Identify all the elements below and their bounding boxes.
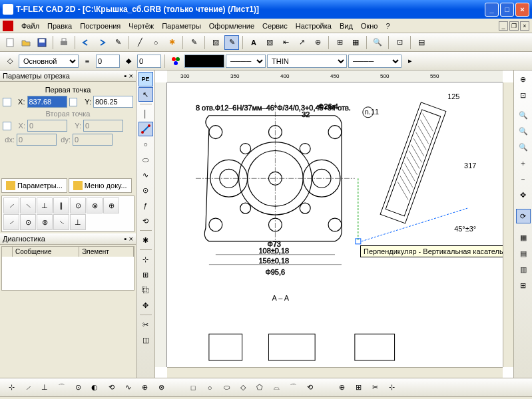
menu-setup[interactable]: Настройка <box>292 21 336 31</box>
diag-col-msg[interactable]: Сообщение <box>13 247 79 257</box>
pe-button[interactable]: PE <box>138 72 153 86</box>
vcircle-tool[interactable]: ○ <box>138 137 153 152</box>
tab-menu[interactable]: Меню доку... <box>69 178 132 193</box>
view-btn-a[interactable]: ▦ <box>516 230 531 245</box>
y1-checkbox[interactable] <box>69 98 78 106</box>
bbtn-11[interactable]: □ <box>186 380 200 395</box>
bbtn-1[interactable]: ⊹ <box>4 380 19 395</box>
save-button[interactable] <box>35 35 49 50</box>
maximize-button[interactable]: □ <box>500 3 514 17</box>
vpoint-tool[interactable]: ✱ <box>138 233 153 247</box>
path-tool[interactable]: ⟲ <box>138 213 153 228</box>
scrollbar-horizontal[interactable] <box>167 367 503 378</box>
view-btn-c[interactable]: ▥ <box>516 262 531 277</box>
snap-btn-2[interactable]: ⟍ <box>20 198 36 213</box>
linetype-combo[interactable]: THIN <box>267 55 347 68</box>
undo-button[interactable] <box>79 35 93 50</box>
menu-view[interactable]: Вид <box>336 21 357 31</box>
snap-btn-4[interactable]: ∥ <box>53 198 69 213</box>
hatch2-tool[interactable]: ▧ <box>262 35 277 50</box>
snap-btn-12[interactable]: ⊥ <box>70 214 86 230</box>
sketch-button[interactable]: ✎ <box>111 35 125 50</box>
zoom-btn-2[interactable]: 🔍 <box>516 124 531 138</box>
snap-btn-10[interactable]: ⊗ <box>37 214 53 230</box>
cut-tool[interactable]: ✂ <box>138 317 153 332</box>
axis-tool[interactable]: ⊹ <box>138 252 153 267</box>
spline-tool[interactable]: ∿ <box>138 168 153 182</box>
offset-tool[interactable]: ⊙ <box>138 183 153 198</box>
star-tool[interactable]: ✱ <box>164 35 179 50</box>
menu-build[interactable]: Построения <box>76 21 125 31</box>
refresh-button[interactable]: ⟳ <box>516 209 531 223</box>
open-button[interactable] <box>19 35 33 50</box>
break-tool[interactable]: ◫ <box>138 332 153 347</box>
grid-tool[interactable]: ▦ <box>348 35 363 50</box>
menu-file[interactable]: Файл <box>17 21 43 31</box>
x1-input[interactable] <box>27 96 67 108</box>
dim-tool[interactable]: ⇤ <box>278 35 293 50</box>
lineweight-combo[interactable]: ──── <box>348 55 401 68</box>
mdi-restore[interactable]: ❐ <box>509 21 519 31</box>
bbtn-16[interactable]: ⌓ <box>269 380 284 395</box>
copy-tool[interactable]: ⿻ <box>138 283 153 297</box>
scrollbar-vertical[interactable] <box>503 82 513 367</box>
color-combo[interactable] <box>184 55 224 68</box>
circle-tool[interactable]: ○ <box>148 35 163 50</box>
color-icon[interactable] <box>168 54 183 68</box>
zoom-btn-1[interactable]: 🔍 <box>516 108 531 122</box>
snap-btn-11[interactable]: ⟍ <box>53 214 69 230</box>
bbtn-18[interactable]: ⟲ <box>302 380 317 395</box>
panel-pin-icon[interactable]: ▪ × <box>125 72 133 80</box>
bbtn-14[interactable]: ◇ <box>236 380 250 395</box>
line-tool[interactable]: ╱ <box>133 35 147 50</box>
elem-button[interactable]: ⊡ <box>392 35 407 50</box>
diag-close-icon[interactable]: ▪ × <box>125 235 133 243</box>
view-btn-d[interactable]: ⊞ <box>516 278 531 293</box>
snap-btn-3[interactable]: ⊥ <box>37 198 53 213</box>
bbtn-15[interactable]: ⬠ <box>252 380 267 395</box>
pencil-tool[interactable]: ✎ <box>186 35 201 50</box>
linestyle-combo[interactable]: ──── <box>226 55 266 68</box>
layer-icon[interactable]: ◇ <box>3 54 17 68</box>
edit-tool[interactable]: ✎ <box>224 35 239 50</box>
bbtn-9[interactable]: ⊕ <box>137 380 152 395</box>
level-icon2[interactable]: ◆ <box>121 54 136 68</box>
zoom-button[interactable]: 🔍 <box>370 35 385 50</box>
move-tool[interactable]: ✥ <box>138 298 153 313</box>
menu-format[interactable]: Оформление <box>205 21 258 31</box>
bbtn-5[interactable]: ⊙ <box>71 380 85 395</box>
bbtn-7[interactable]: ⟲ <box>104 380 119 395</box>
redo-button[interactable] <box>95 35 109 50</box>
bbtn-10[interactable]: ⊗ <box>154 380 168 395</box>
hatch-tool[interactable]: ▨ <box>208 35 223 50</box>
bbtn-17[interactable]: ⌒ <box>286 380 300 395</box>
level0-input[interactable] <box>96 55 120 68</box>
snap-btn-9[interactable]: ⊙ <box>20 214 36 230</box>
bbtn-8[interactable]: ∿ <box>121 380 135 395</box>
zoom-fit-button[interactable]: ⊕ <box>516 72 531 86</box>
zoom-btn-3[interactable]: 🔍 <box>516 140 531 154</box>
func-tool[interactable]: ƒ <box>138 198 153 213</box>
x2-checkbox[interactable] <box>3 122 11 130</box>
snap-btn-1[interactable]: ⟋ <box>3 198 19 213</box>
x1-checkbox[interactable] <box>3 98 11 106</box>
bbtn-6[interactable]: ◐ <box>87 380 102 395</box>
pan-button[interactable]: ✥ <box>516 188 531 202</box>
bbtn-20[interactable]: ⊞ <box>351 380 366 395</box>
snap-btn-6[interactable]: ⊗ <box>87 198 103 213</box>
menu-edit[interactable]: Правка <box>43 21 76 31</box>
arrow-button[interactable]: ▸ <box>403 54 417 68</box>
vline-tool[interactable]: │ <box>138 106 153 121</box>
menu-help[interactable]: ? <box>382 21 394 31</box>
menu-window[interactable]: Окно <box>357 21 382 31</box>
mdi-minimize[interactable]: _ <box>499 21 508 31</box>
balloon-tool[interactable]: ⊕ <box>310 35 325 50</box>
print-button[interactable] <box>57 35 71 50</box>
layer-combo[interactable]: Основной <box>19 55 79 68</box>
pattern-tool[interactable]: ⊞ <box>138 267 153 282</box>
level1-input[interactable] <box>137 55 161 68</box>
bbtn-19[interactable]: ⊕ <box>334 380 349 395</box>
mdi-close[interactable]: × <box>520 21 529 31</box>
new-button[interactable] <box>3 35 17 50</box>
segment-tool[interactable] <box>138 122 153 136</box>
